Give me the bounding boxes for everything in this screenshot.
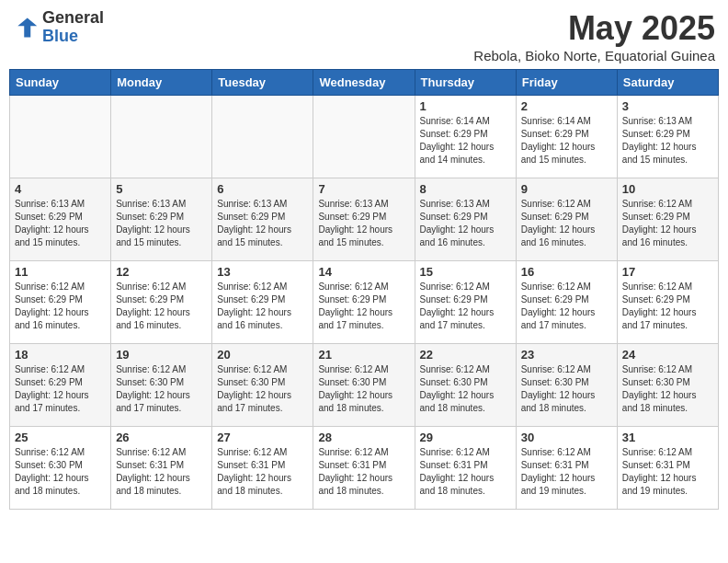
day-info: Sunrise: 6:12 AM Sunset: 6:31 PM Dayligh… bbox=[116, 446, 207, 498]
logo-general-text: General bbox=[42, 9, 104, 28]
day-info: Sunrise: 6:12 AM Sunset: 6:29 PM Dayligh… bbox=[521, 281, 612, 332]
calendar-day-cell: 21Sunrise: 6:12 AM Sunset: 6:30 PM Dayli… bbox=[313, 344, 415, 427]
day-info: Sunrise: 6:14 AM Sunset: 6:29 PM Dayligh… bbox=[521, 115, 612, 167]
day-number: 14 bbox=[318, 265, 409, 279]
day-number: 26 bbox=[116, 431, 207, 444]
day-number: 25 bbox=[15, 431, 106, 444]
day-number: 3 bbox=[622, 99, 713, 113]
day-of-week-header: Monday bbox=[111, 70, 212, 96]
day-number: 28 bbox=[318, 431, 409, 444]
calendar-day-cell: 28Sunrise: 6:12 AM Sunset: 6:31 PM Dayli… bbox=[313, 427, 415, 510]
day-info: Sunrise: 6:13 AM Sunset: 6:29 PM Dayligh… bbox=[318, 198, 409, 249]
day-number: 2 bbox=[521, 99, 612, 113]
day-number: 9 bbox=[521, 182, 612, 196]
calendar-day-cell: 17Sunrise: 6:12 AM Sunset: 6:29 PM Dayli… bbox=[617, 261, 718, 344]
day-info: Sunrise: 6:13 AM Sunset: 6:29 PM Dayligh… bbox=[15, 198, 106, 249]
calendar-day-cell bbox=[10, 96, 111, 178]
calendar-day-cell: 25Sunrise: 6:12 AM Sunset: 6:30 PM Dayli… bbox=[10, 427, 111, 510]
day-info: Sunrise: 6:12 AM Sunset: 6:30 PM Dayligh… bbox=[217, 363, 308, 415]
day-info: Sunrise: 6:12 AM Sunset: 6:29 PM Dayligh… bbox=[521, 198, 612, 249]
calendar-day-cell: 13Sunrise: 6:12 AM Sunset: 6:29 PM Dayli… bbox=[212, 261, 313, 344]
day-number: 10 bbox=[622, 182, 713, 196]
day-info: Sunrise: 6:12 AM Sunset: 6:30 PM Dayligh… bbox=[318, 363, 409, 415]
day-of-week-header: Sunday bbox=[10, 70, 111, 96]
day-info: Sunrise: 6:13 AM Sunset: 6:29 PM Dayligh… bbox=[116, 198, 207, 249]
calendar-day-cell: 23Sunrise: 6:12 AM Sunset: 6:30 PM Dayli… bbox=[516, 344, 617, 427]
month-year-title: May 2025 bbox=[473, 9, 715, 48]
day-info: Sunrise: 6:12 AM Sunset: 6:29 PM Dayligh… bbox=[116, 281, 207, 332]
day-number: 12 bbox=[116, 265, 207, 279]
calendar-week-row: 18Sunrise: 6:12 AM Sunset: 6:29 PM Dayli… bbox=[10, 344, 719, 427]
calendar-day-cell: 9Sunrise: 6:12 AM Sunset: 6:29 PM Daylig… bbox=[516, 178, 617, 261]
day-info: Sunrise: 6:12 AM Sunset: 6:31 PM Dayligh… bbox=[622, 446, 713, 498]
day-number: 4 bbox=[15, 182, 106, 196]
day-number: 15 bbox=[420, 265, 511, 279]
day-number: 20 bbox=[217, 348, 308, 362]
header: General Blue May 2025 Rebola, Bioko Nort… bbox=[9, 9, 719, 63]
calendar-day-cell bbox=[212, 96, 313, 178]
calendar-header-row: SundayMondayTuesdayWednesdayThursdayFrid… bbox=[10, 70, 719, 96]
day-info: Sunrise: 6:12 AM Sunset: 6:31 PM Dayligh… bbox=[521, 446, 612, 498]
day-info: Sunrise: 6:12 AM Sunset: 6:31 PM Dayligh… bbox=[318, 446, 409, 498]
day-of-week-header: Wednesday bbox=[313, 70, 415, 96]
day-info: Sunrise: 6:12 AM Sunset: 6:30 PM Dayligh… bbox=[116, 363, 207, 415]
calendar-day-cell: 31Sunrise: 6:12 AM Sunset: 6:31 PM Dayli… bbox=[617, 427, 718, 510]
day-number: 21 bbox=[318, 348, 409, 362]
calendar-day-cell: 1Sunrise: 6:14 AM Sunset: 6:29 PM Daylig… bbox=[415, 96, 516, 178]
day-info: Sunrise: 6:12 AM Sunset: 6:30 PM Dayligh… bbox=[521, 363, 612, 415]
logo: General Blue bbox=[13, 9, 104, 46]
day-number: 18 bbox=[15, 348, 106, 362]
calendar-day-cell: 12Sunrise: 6:12 AM Sunset: 6:29 PM Dayli… bbox=[111, 261, 212, 344]
day-info: Sunrise: 6:14 AM Sunset: 6:29 PM Dayligh… bbox=[420, 115, 511, 167]
calendar-day-cell: 26Sunrise: 6:12 AM Sunset: 6:31 PM Dayli… bbox=[111, 427, 212, 510]
day-info: Sunrise: 6:13 AM Sunset: 6:29 PM Dayligh… bbox=[217, 198, 308, 249]
day-of-week-header: Thursday bbox=[415, 70, 516, 96]
day-number: 8 bbox=[420, 182, 511, 196]
calendar-day-cell: 19Sunrise: 6:12 AM Sunset: 6:30 PM Dayli… bbox=[111, 344, 212, 427]
calendar-week-row: 1Sunrise: 6:14 AM Sunset: 6:29 PM Daylig… bbox=[10, 96, 719, 178]
calendar-day-cell: 14Sunrise: 6:12 AM Sunset: 6:29 PM Dayli… bbox=[313, 261, 415, 344]
logo-text: General Blue bbox=[42, 9, 104, 46]
calendar-day-cell: 3Sunrise: 6:13 AM Sunset: 6:29 PM Daylig… bbox=[617, 96, 718, 178]
day-info: Sunrise: 6:12 AM Sunset: 6:30 PM Dayligh… bbox=[15, 446, 106, 498]
day-number: 13 bbox=[217, 265, 308, 279]
title-area: May 2025 Rebola, Bioko Norte, Equatorial… bbox=[473, 9, 715, 63]
day-info: Sunrise: 6:13 AM Sunset: 6:29 PM Dayligh… bbox=[420, 198, 511, 249]
calendar-day-cell: 8Sunrise: 6:13 AM Sunset: 6:29 PM Daylig… bbox=[415, 178, 516, 261]
day-info: Sunrise: 6:12 AM Sunset: 6:29 PM Dayligh… bbox=[15, 281, 106, 332]
day-number: 27 bbox=[217, 431, 308, 444]
day-info: Sunrise: 6:12 AM Sunset: 6:29 PM Dayligh… bbox=[15, 363, 106, 415]
day-info: Sunrise: 6:12 AM Sunset: 6:29 PM Dayligh… bbox=[622, 281, 713, 332]
calendar-day-cell: 7Sunrise: 6:13 AM Sunset: 6:29 PM Daylig… bbox=[313, 178, 415, 261]
day-number: 11 bbox=[15, 265, 106, 279]
day-of-week-header: Saturday bbox=[617, 70, 718, 96]
day-info: Sunrise: 6:12 AM Sunset: 6:31 PM Dayligh… bbox=[420, 446, 511, 498]
calendar-day-cell: 15Sunrise: 6:12 AM Sunset: 6:29 PM Dayli… bbox=[415, 261, 516, 344]
day-number: 30 bbox=[521, 431, 612, 444]
day-info: Sunrise: 6:13 AM Sunset: 6:29 PM Dayligh… bbox=[622, 115, 713, 167]
day-number: 6 bbox=[217, 182, 308, 196]
location-subtitle: Rebola, Bioko Norte, Equatorial Guinea bbox=[473, 48, 715, 63]
day-info: Sunrise: 6:12 AM Sunset: 6:29 PM Dayligh… bbox=[217, 281, 308, 332]
day-number: 16 bbox=[521, 265, 612, 279]
calendar-day-cell bbox=[313, 96, 415, 178]
calendar-day-cell bbox=[111, 96, 212, 178]
day-number: 22 bbox=[420, 348, 511, 362]
calendar-day-cell: 29Sunrise: 6:12 AM Sunset: 6:31 PM Dayli… bbox=[415, 427, 516, 510]
svg-marker-0 bbox=[17, 17, 37, 37]
calendar-day-cell: 30Sunrise: 6:12 AM Sunset: 6:31 PM Dayli… bbox=[516, 427, 617, 510]
calendar-day-cell: 20Sunrise: 6:12 AM Sunset: 6:30 PM Dayli… bbox=[212, 344, 313, 427]
calendar-day-cell: 4Sunrise: 6:13 AM Sunset: 6:29 PM Daylig… bbox=[10, 178, 111, 261]
day-info: Sunrise: 6:12 AM Sunset: 6:29 PM Dayligh… bbox=[622, 198, 713, 249]
day-number: 24 bbox=[622, 348, 713, 362]
calendar-day-cell: 2Sunrise: 6:14 AM Sunset: 6:29 PM Daylig… bbox=[516, 96, 617, 178]
day-info: Sunrise: 6:12 AM Sunset: 6:29 PM Dayligh… bbox=[318, 281, 409, 332]
day-number: 29 bbox=[420, 431, 511, 444]
day-info: Sunrise: 6:12 AM Sunset: 6:29 PM Dayligh… bbox=[420, 281, 511, 332]
day-number: 5 bbox=[116, 182, 207, 196]
calendar-day-cell: 11Sunrise: 6:12 AM Sunset: 6:29 PM Dayli… bbox=[10, 261, 111, 344]
day-of-week-header: Friday bbox=[516, 70, 617, 96]
day-number: 17 bbox=[622, 265, 713, 279]
calendar-day-cell: 18Sunrise: 6:12 AM Sunset: 6:29 PM Dayli… bbox=[10, 344, 111, 427]
day-info: Sunrise: 6:12 AM Sunset: 6:30 PM Dayligh… bbox=[420, 363, 511, 415]
